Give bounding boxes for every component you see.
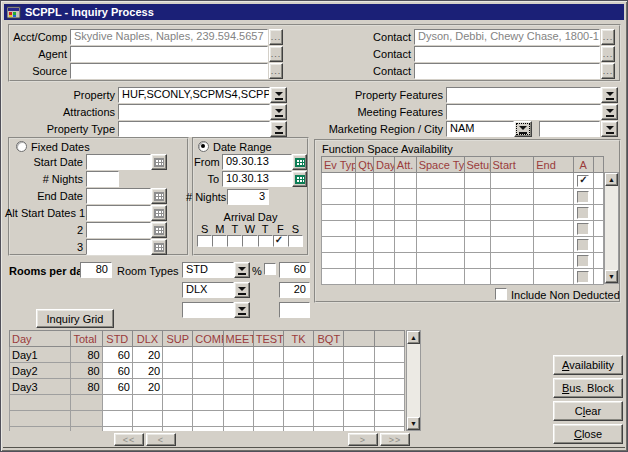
fixed-date-calendar-button[interactable]: [151, 205, 167, 221]
grid-cell[interactable]: 20: [132, 363, 162, 379]
contact3-lookup-button[interactable]: ...: [601, 63, 615, 79]
availability-button[interactable]: Availability: [553, 355, 623, 375]
function-space-cell[interactable]: [374, 189, 395, 205]
function-space-cell[interactable]: [416, 269, 464, 285]
room-type-2-field[interactable]: DLX: [182, 282, 234, 298]
source-lookup-button[interactable]: ...: [269, 63, 283, 79]
room-type-3-field[interactable]: [182, 302, 234, 318]
function-space-cell[interactable]: [356, 237, 374, 253]
contact3-field[interactable]: [414, 63, 600, 79]
grid-cell[interactable]: [253, 427, 283, 432]
grid-cell[interactable]: 20: [132, 347, 162, 363]
grid-last-button[interactable]: >>: [380, 433, 410, 446]
function-space-cell[interactable]: [416, 253, 464, 269]
grid-cell[interactable]: [163, 395, 193, 411]
function-space-cell[interactable]: [394, 173, 416, 189]
fixed-date-calendar-button[interactable]: [151, 154, 167, 170]
grid-cell[interactable]: [253, 379, 283, 395]
function-space-cell[interactable]: [464, 253, 490, 269]
function-space-cell[interactable]: [356, 173, 374, 189]
function-space-cell[interactable]: [534, 221, 574, 237]
meeting-features-field[interactable]: [446, 104, 601, 120]
grid-cell[interactable]: 60: [102, 363, 132, 379]
range-nights-field[interactable]: 3: [227, 189, 269, 205]
room-amount-3-field[interactable]: [279, 302, 310, 318]
function-space-cell[interactable]: [374, 237, 395, 253]
meeting-features-dropdown-button[interactable]: [601, 104, 618, 120]
inquiry-grid-scrollbar[interactable]: ▲ ▼: [406, 330, 421, 431]
fixed-date-calendar-button[interactable]: [151, 222, 167, 238]
grid-cell[interactable]: 60: [102, 379, 132, 395]
grid-cell[interactable]: [102, 427, 132, 432]
marketing-region-dropdown-button[interactable]: [514, 121, 532, 137]
grid-cell[interactable]: [374, 427, 404, 432]
grid-cell[interactable]: [193, 379, 223, 395]
marketing-region-field[interactable]: NAM: [446, 121, 514, 137]
arrival-day-checkbox-1[interactable]: [212, 235, 227, 247]
grid-cell[interactable]: [223, 427, 253, 432]
function-space-cell[interactable]: [464, 269, 490, 285]
grid-cell[interactable]: [193, 363, 223, 379]
function-space-cell[interactable]: [416, 173, 464, 189]
grid-cell[interactable]: [344, 347, 374, 363]
fixed-date-calendar-button[interactable]: [151, 188, 167, 204]
grid-cell[interactable]: [132, 395, 162, 411]
function-space-cell[interactable]: [374, 253, 395, 269]
to-date-field[interactable]: 10.30.13: [222, 171, 292, 187]
grid-first-button[interactable]: <<: [114, 433, 144, 446]
grid-cell[interactable]: [284, 363, 314, 379]
grid-cell[interactable]: [314, 379, 344, 395]
fixed-date-row-field[interactable]: [86, 154, 151, 170]
grid-cell[interactable]: [132, 411, 162, 427]
room-amount-1-field[interactable]: 60: [279, 262, 310, 278]
grid-cell[interactable]: [374, 395, 404, 411]
function-space-cell[interactable]: [490, 253, 534, 269]
acct-comp-lookup-button[interactable]: ...: [269, 29, 283, 45]
contact1-lookup-button[interactable]: ...: [601, 29, 615, 45]
grid-cell[interactable]: [163, 347, 193, 363]
grid-cell[interactable]: [102, 395, 132, 411]
grid-cell[interactable]: [163, 379, 193, 395]
grid-cell[interactable]: [193, 411, 223, 427]
agent-lookup-button[interactable]: ...: [269, 46, 283, 62]
function-space-cell[interactable]: [322, 189, 356, 205]
from-date-field[interactable]: 09.30.13: [222, 154, 292, 170]
grid-cell[interactable]: [253, 363, 283, 379]
function-space-cell[interactable]: [464, 221, 490, 237]
grid-cell[interactable]: [223, 411, 253, 427]
room-type-1-field[interactable]: STD: [182, 262, 234, 278]
function-space-cell[interactable]: [490, 221, 534, 237]
fixed-dates-radio[interactable]: [16, 141, 27, 152]
property-type-field[interactable]: [118, 121, 270, 137]
function-space-cell[interactable]: [322, 205, 356, 221]
grid-cell[interactable]: 20: [132, 379, 162, 395]
fixed-date-calendar-button[interactable]: [151, 239, 167, 255]
scroll-down-button[interactable]: ▼: [605, 270, 618, 283]
agent-field[interactable]: [70, 46, 268, 62]
grid-cell[interactable]: [253, 395, 283, 411]
grid-cell[interactable]: [374, 363, 404, 379]
function-space-cell[interactable]: [356, 205, 374, 221]
grid-cell[interactable]: [344, 379, 374, 395]
function-space-cell[interactable]: [394, 189, 416, 205]
grid-cell[interactable]: [284, 347, 314, 363]
to-calendar-button[interactable]: [292, 171, 307, 187]
function-space-cell[interactable]: [416, 189, 464, 205]
scroll-up-button[interactable]: ▲: [605, 173, 618, 186]
function-space-cell[interactable]: [356, 221, 374, 237]
function-space-cell[interactable]: [374, 205, 395, 221]
grid-cell[interactable]: [223, 379, 253, 395]
inquiry-grid-button[interactable]: Inquiry Grid: [36, 309, 114, 328]
property-field[interactable]: HUF,SCONLY,SCPMS4,SCPPL: [118, 87, 270, 103]
attractions-field[interactable]: [118, 104, 270, 120]
grid-cell[interactable]: [193, 427, 223, 432]
arrival-day-checkbox-0[interactable]: [197, 235, 212, 247]
grid-cell[interactable]: [284, 427, 314, 432]
function-space-cell[interactable]: [534, 253, 574, 269]
title-bar[interactable]: SCPPL - Inquiry Process: [4, 4, 624, 20]
function-space-cell[interactable]: [416, 221, 464, 237]
grid-cell[interactable]: [314, 363, 344, 379]
arrival-day-checkbox-4[interactable]: [258, 235, 273, 247]
grid-cell[interactable]: [284, 379, 314, 395]
function-space-cell[interactable]: [322, 269, 356, 285]
